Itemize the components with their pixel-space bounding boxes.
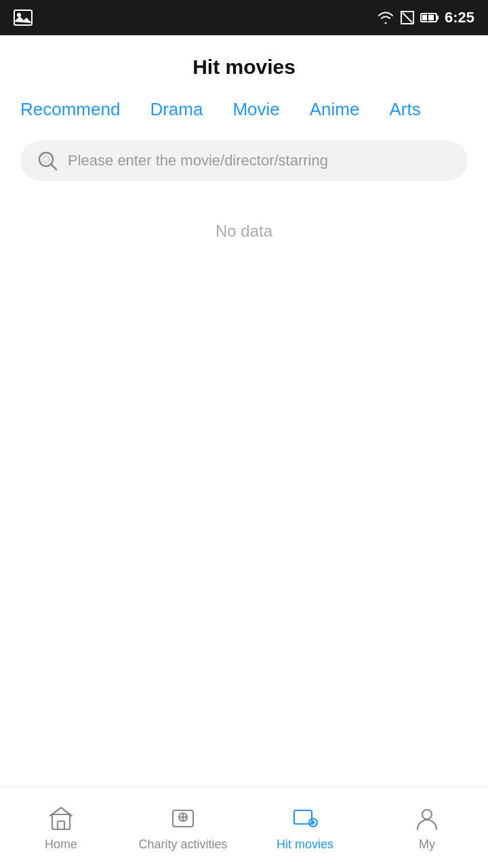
svg-line-9 [51,164,56,170]
my-icon [412,804,442,833]
tab-drama[interactable]: Drama [135,92,218,127]
search-placeholder: Please enter the movie/director/starring [68,152,328,170]
status-bar: 6:25 [0,0,488,35]
tab-arts[interactable]: Arts [374,92,435,127]
home-icon [46,804,76,833]
nav-label-my: My [419,837,435,852]
tab-anime[interactable]: Anime [295,92,375,127]
nav-label-charity: Charity activities [138,837,227,852]
no-data-text: No data [216,222,272,241]
search-icon [37,150,58,172]
status-time: 6:25 [445,9,474,26]
category-tabs: Recommend Drama Movie Anime Arts [0,92,488,127]
search-container: Please enter the movie/director/starring [0,127,488,195]
nav-item-my[interactable]: My [366,804,488,852]
nav-label-hit-movies: Hit movies [277,837,333,852]
no-data-area: No data [0,195,488,787]
status-bar-left [14,9,33,26]
svg-point-21 [422,810,432,819]
charity-icon [168,804,198,833]
svg-line-3 [403,13,412,22]
image-icon [14,9,33,26]
tab-recommend[interactable]: Recommend [14,92,135,127]
status-bar-right: 6:25 [377,9,474,26]
svg-rect-12 [58,821,64,829]
hit-movies-icon [290,804,320,833]
svg-rect-0 [14,10,32,25]
battery-icon [420,11,439,24]
signal-icon [400,10,415,25]
nav-item-charity[interactable]: Charity activities [122,804,244,852]
nav-item-hit-movies[interactable]: Hit movies [244,804,366,852]
svg-rect-5 [436,16,439,20]
nav-label-home: Home [45,837,77,852]
svg-point-10 [43,156,49,163]
tab-movie[interactable]: Movie [218,92,294,127]
nav-item-home[interactable]: Home [0,804,122,852]
page-title: Hit movies [0,35,488,92]
wifi-icon [377,11,394,24]
main-content: Hit movies Recommend Drama Movie Anime A… [0,35,488,787]
search-bar[interactable]: Please enter the movie/director/starring [20,140,468,181]
svg-point-1 [17,13,21,17]
bottom-nav: Home Charity activities Hit movies [0,787,488,868]
